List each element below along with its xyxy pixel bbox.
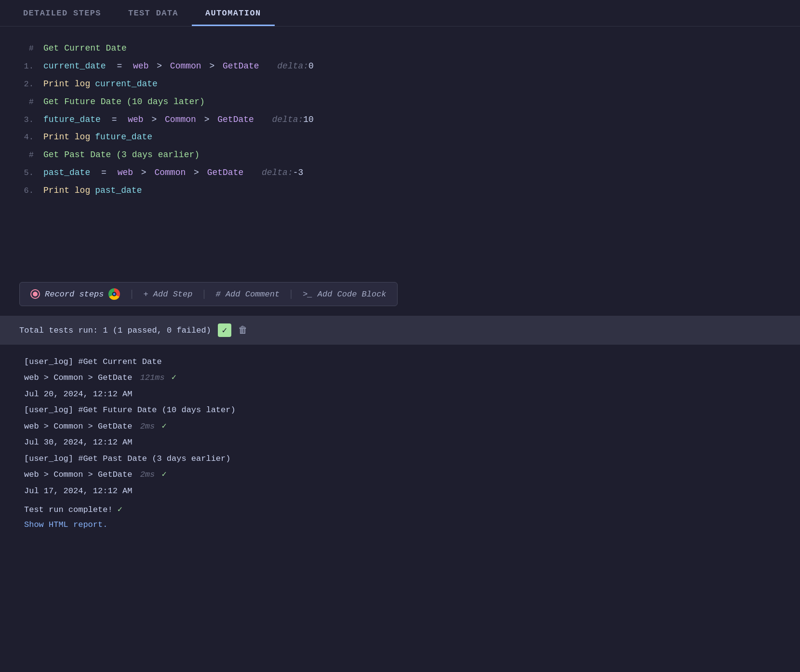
timing-2: 2ms — [140, 422, 155, 431]
report-link-line: Show HTML report. — [24, 517, 776, 532]
add-step-button[interactable]: + Add Step — [143, 290, 192, 299]
delta-val-5: -3 — [293, 165, 304, 180]
arrow-5b: > — [188, 165, 204, 180]
date-line-1: Jul 20, 2024, 12:12 AM — [24, 387, 776, 402]
web-path-3: web > Common > GetDate — [24, 470, 132, 479]
getdate-5: GetDate — [207, 165, 244, 180]
add-code-block-button[interactable]: >_ Add Code Block — [303, 290, 386, 299]
separator-3: | — [288, 289, 294, 300]
comment-text-2: Get Future Date (10 days later) — [43, 94, 205, 109]
log-text-1: [user_log] #Get Current Date — [24, 357, 162, 366]
results-body: [user_log] #Get Current Date web > Commo… — [0, 345, 800, 543]
getdate-1: GetDate — [223, 59, 259, 74]
line-num-3: 3. — [19, 113, 43, 127]
hash-icon-3: # — [19, 148, 43, 162]
common-keyword-1: Common — [170, 59, 201, 74]
getdate-3: GetDate — [217, 112, 254, 127]
checkmark-3: ✓ — [161, 470, 166, 479]
common-keyword-5: Common — [154, 165, 186, 180]
web-keyword-1: web — [133, 59, 148, 74]
code-line-6: 6. Print log past_date — [19, 183, 781, 198]
comment-line-2: # Get Future Date (10 days later) — [19, 94, 781, 109]
arrow-3a: > — [147, 112, 162, 127]
arrow-5a: > — [136, 165, 151, 180]
comment-text-1: Get Current Date — [43, 41, 127, 56]
tab-bar: DETAILED STEPS TEST DATA AUTOMATION — [0, 0, 800, 27]
equals-1: = — [112, 59, 127, 74]
date-line-3: Jul 17, 2024, 12:12 AM — [24, 484, 776, 498]
comment-line-3: # Get Past Date (3 days earlier) — [19, 148, 781, 162]
delta-val-1: 0 — [308, 59, 314, 74]
date-line-2: Jul 30, 2024, 12:12 AM — [24, 435, 776, 450]
separator-2: | — [201, 289, 207, 300]
common-keyword-3: Common — [165, 112, 196, 127]
var-current-date: current_date — [43, 59, 106, 74]
print-keyword-4: Print log — [43, 130, 90, 145]
delta-label-5: delta: — [251, 165, 293, 180]
var-past-date: past_date — [43, 165, 90, 180]
line-num-5: 5. — [19, 166, 43, 180]
checkmark-1: ✓ — [172, 373, 176, 382]
trash-icon[interactable]: 🗑 — [238, 324, 248, 336]
complete-text: Test run complete! — [24, 505, 113, 514]
hash-icon-2: # — [19, 95, 43, 109]
complete-line: Test run complete! ✓ — [24, 502, 776, 517]
print-var-6: past_date — [95, 183, 142, 198]
print-var-4: future_date — [95, 130, 152, 145]
chrome-center-dot — [112, 292, 117, 296]
delta-label-1: delta: — [267, 59, 308, 74]
complete-checkmark: ✓ — [118, 505, 122, 514]
date-val-2: Jul 30, 2024, 12:12 AM — [24, 438, 132, 447]
equals-3: = — [107, 112, 122, 127]
arrow-3b: > — [199, 112, 214, 127]
tab-test-data[interactable]: TEST DATA — [115, 0, 192, 26]
timing-3: 2ms — [140, 470, 155, 479]
chrome-browser-icon — [108, 288, 120, 300]
hash-icon-1: # — [19, 42, 43, 56]
tab-automation[interactable]: AUTOMATION — [192, 0, 275, 26]
comment-line-1: # Get Current Date — [19, 41, 781, 56]
log-line-3: [user_log] #Get Past Date (3 days earlie… — [24, 451, 776, 466]
web-path-line-3: web > Common > GetDate 2ms ✓ — [24, 467, 776, 482]
comment-text-3: Get Past Date (3 days earlier) — [43, 148, 200, 162]
log-line-2: [user_log] #Get Future Date (10 days lat… — [24, 403, 776, 417]
line-num-6: 6. — [19, 184, 43, 198]
pass-check-icon: ✓ — [218, 323, 231, 337]
web-keyword-5: web — [118, 165, 133, 180]
add-comment-button[interactable]: # Add Comment — [215, 290, 280, 299]
separator-1: | — [129, 289, 134, 300]
results-header: Total tests run: 1 (1 passed, 0 failed) … — [0, 316, 800, 345]
print-keyword-2: Print log — [43, 77, 90, 92]
date-val-1: Jul 20, 2024, 12:12 AM — [24, 390, 132, 399]
log-text-2: [user_log] #Get Future Date (10 days lat… — [24, 405, 236, 415]
editor-toolbar: Record steps | + Add Step | # Add Commen… — [19, 282, 398, 306]
results-summary-text: Total tests run: 1 (1 passed, 0 failed) — [19, 326, 211, 335]
arrow-1b: > — [204, 59, 220, 74]
log-line-1: [user_log] #Get Current Date — [24, 354, 776, 369]
record-steps-button[interactable]: Record steps — [30, 288, 120, 300]
print-var-2: current_date — [95, 77, 158, 92]
code-editor: # Get Current Date 1. current_date = web… — [0, 27, 800, 277]
show-html-report-link[interactable]: Show HTML report. — [24, 520, 107, 529]
tab-detailed-steps[interactable]: DETAILED STEPS — [10, 0, 115, 26]
code-line-2: 2. Print log current_date — [19, 77, 781, 92]
timing-1: 121ms — [140, 373, 165, 382]
line-num-1: 1. — [19, 60, 43, 74]
code-line-3: 3. future_date = web > Common > GetDate … — [19, 112, 781, 127]
line-num-4: 4. — [19, 131, 43, 145]
arrow-1a: > — [151, 59, 167, 74]
record-icon — [30, 289, 40, 299]
var-future-date: future_date — [43, 112, 101, 127]
line-num-2: 2. — [19, 78, 43, 92]
delta-val-3: 10 — [303, 112, 314, 127]
web-path-line-1: web > Common > GetDate 121ms ✓ — [24, 370, 776, 385]
equals-5: = — [96, 165, 111, 180]
web-path-2: web > Common > GetDate — [24, 422, 132, 431]
record-inner-dot — [33, 292, 38, 296]
web-path-line-2: web > Common > GetDate 2ms ✓ — [24, 419, 776, 434]
code-line-5: 5. past_date = web > Common > GetDate de… — [19, 165, 781, 180]
date-val-3: Jul 17, 2024, 12:12 AM — [24, 486, 132, 496]
delta-label-3: delta: — [262, 112, 303, 127]
checkmark-2: ✓ — [161, 422, 166, 431]
web-path-1: web > Common > GetDate — [24, 373, 132, 382]
